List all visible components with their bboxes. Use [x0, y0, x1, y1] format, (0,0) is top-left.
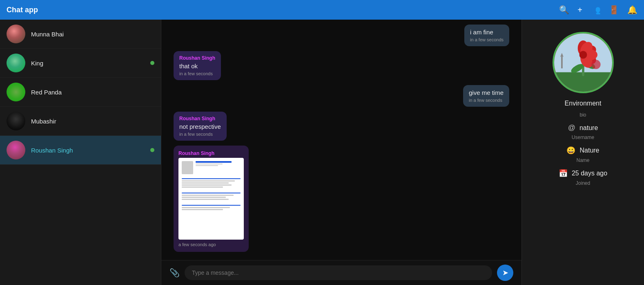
profile-bio-label: bio	[579, 112, 586, 118]
contact-name-roushan: Roushan Singh	[31, 147, 154, 154]
profile-bio-row: Environment	[530, 100, 636, 110]
notifications-icon[interactable]: 🔔	[627, 5, 637, 15]
profile-avatar	[553, 32, 614, 93]
message-received-m4: Roushan Singh not prespective in a few s…	[174, 112, 227, 141]
message-text: i am fine	[470, 29, 504, 36]
profile-joined-value: 25 days ago	[572, 170, 607, 177]
face-icon: 😀	[566, 146, 575, 155]
svg-point-12	[591, 60, 600, 69]
message-sender: Roushan Singh	[179, 116, 221, 121]
sidebar-item-roushan[interactable]: Roushan Singh	[0, 136, 161, 165]
profile-username-value: nature	[579, 124, 598, 132]
message-image-content	[178, 158, 244, 240]
message-sender: Roushan Singh	[179, 55, 215, 61]
header-actions: 🔍 + 👥 🚪 🔔	[559, 5, 637, 15]
profile-name-value: Nature	[579, 147, 599, 154]
message-received-m2: Roushan Singh that ok in a few seconds	[174, 51, 221, 80]
sidebar-item-king[interactable]: King	[0, 49, 161, 78]
logout-icon[interactable]: 🚪	[609, 5, 619, 15]
search-icon[interactable]: 🔍	[559, 5, 569, 15]
app-title: Chat app	[7, 6, 38, 14]
contact-name-redpanda: Red Panda	[31, 89, 154, 96]
profile-name-row: 😀 Nature	[530, 146, 636, 155]
message-text: not prespective	[179, 123, 221, 130]
profile-joined-row: 📅 25 days ago	[530, 169, 636, 178]
svg-rect-13	[561, 57, 563, 68]
sidebar-item-munna[interactable]: Munna Bhai	[0, 20, 161, 49]
message-image-m5: Roushan Singh	[174, 146, 249, 252]
app-header: Chat app 🔍 + 👥 🚪 🔔	[0, 0, 644, 20]
contact-name-munna: Munna Bhai	[31, 31, 154, 38]
message-time: in a few seconds	[469, 98, 504, 103]
sidebar-item-mubashir[interactable]: Mubashir	[0, 107, 161, 136]
profile-username-row: @ nature	[530, 123, 636, 132]
online-indicator-roushan	[150, 148, 154, 152]
profile-bio-value: Environment	[565, 100, 602, 107]
message-time: in a few seconds	[179, 71, 215, 76]
resume-text	[196, 161, 241, 167]
send-button[interactable]: ➤	[497, 265, 513, 281]
calendar-icon: 📅	[559, 169, 568, 178]
avatar-munna	[7, 25, 25, 43]
message-text: give me time	[469, 89, 504, 96]
profile-panel: Environment bio @ nature Username 😀 Natu…	[521, 20, 644, 285]
message-time: a few seconds ago	[178, 242, 244, 247]
profile-username-label: Username	[572, 135, 594, 140]
chat-area: i am fine in a few seconds Roushan Singh…	[161, 20, 521, 285]
avatar-king	[7, 54, 25, 72]
people-icon[interactable]: 👥	[591, 5, 601, 15]
avatar-roushan	[7, 141, 25, 159]
at-icon: @	[568, 123, 575, 132]
main-layout: Munna BhaiKingRed PandaMubashirRoushan S…	[0, 20, 644, 285]
profile-joined-label: Joined	[576, 180, 590, 186]
input-area: 📎 ➤	[161, 260, 521, 285]
sidebar-item-redpanda[interactable]: Red Panda	[0, 78, 161, 107]
attach-button[interactable]: 📎	[169, 268, 180, 278]
online-indicator-king	[150, 61, 154, 65]
avatar-mubashir	[7, 112, 25, 130]
message-time: in a few seconds	[470, 37, 504, 42]
contact-name-king: King	[31, 60, 154, 67]
profile-name-label: Name	[576, 157, 589, 163]
svg-point-11	[579, 51, 587, 59]
message-text: that ok	[179, 63, 215, 70]
contact-name-mubashir: Mubashir	[31, 118, 154, 125]
message-sent-m1: i am fine in a few seconds	[464, 25, 509, 46]
message-sender: Roushan Singh	[178, 150, 244, 156]
avatar-redpanda	[7, 83, 25, 101]
add-icon[interactable]: +	[577, 5, 582, 15]
contacts-sidebar: Munna BhaiKingRed PandaMubashirRoushan S…	[0, 20, 161, 285]
message-sent-m3: give me time in a few seconds	[463, 85, 509, 107]
resume-photo	[182, 161, 193, 174]
messages-list: i am fine in a few seconds Roushan Singh…	[161, 20, 521, 260]
message-time: in a few seconds	[179, 132, 221, 137]
message-input[interactable]	[185, 265, 492, 280]
